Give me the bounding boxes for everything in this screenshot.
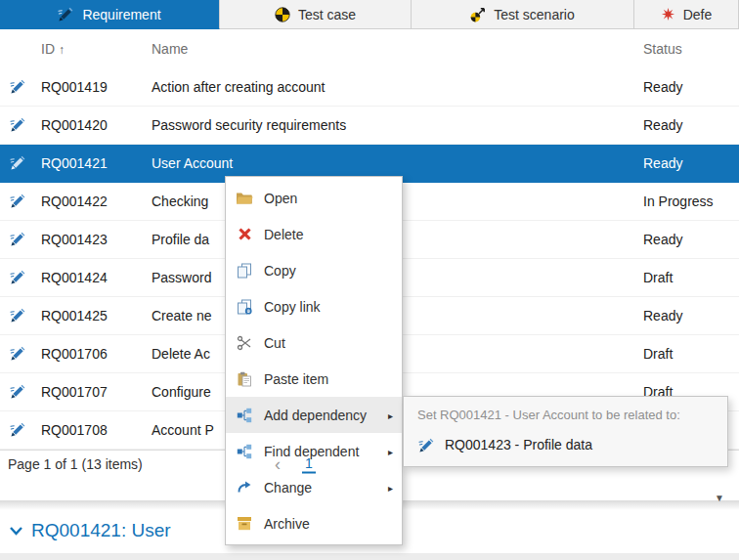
row-status: Ready [643,308,682,323]
row-name: Checking [152,194,208,209]
menu-item-label: Archive [264,516,310,532]
table-row[interactable]: RQ001419 Action after creating account R… [0,68,739,107]
menu-item-cut[interactable]: Cut [226,324,402,361]
submenu-arrow-icon: ▸ [388,482,393,493]
row-id: RQ001419 [41,79,108,95]
context-menu: Open Delete Copy Copy link Cut Paste ite… [225,176,403,545]
row-name: User Account [152,155,233,171]
crash-dummy-icon [275,7,290,22]
row-name: Password [152,270,211,285]
menu-item-label: Delete [264,227,303,242]
requirement-pencil-icon [10,345,26,365]
row-status: Ready [643,155,682,171]
requirement-pencil-icon [10,269,26,288]
menu-item-copy[interactable]: Copy [226,252,402,288]
row-name: Configure [152,384,211,400]
column-header-status[interactable]: Status [643,41,682,57]
delete-x-icon [236,226,253,243]
row-name: Profile da [152,232,209,247]
requirement-pencil-icon [10,154,26,174]
tab-bar: Requirement Test case Test scenario Defe [0,0,739,29]
tab-defects[interactable]: Defe [634,0,739,29]
menu-item-label: Cut [264,335,285,351]
row-name: Account P [152,422,214,438]
row-id: RQ001425 [41,308,108,323]
chevron-down-icon [10,522,22,539]
grid-header: ID↑ Name Status [0,29,739,69]
scissors-icon [236,334,253,352]
row-name: Create ne [152,308,211,323]
requirement-pencil-icon [10,383,26,403]
tab-requirement[interactable]: Requirement [0,0,220,29]
row-status: Ready [643,117,682,133]
row-name: Password security requirements [152,117,346,133]
change-arrow-icon [236,479,253,496]
column-header-name[interactable]: Name [152,41,188,57]
pager-prev-icon[interactable]: ‹ [275,454,281,475]
row-status: Draft [643,346,673,362]
menu-item-open[interactable]: Open [226,180,402,216]
menu-item-paste-item[interactable]: Paste item [226,361,402,397]
pager-summary: Page 1 of 1 (13 items) [8,456,143,472]
tab-label: Test case [298,7,356,22]
row-id: RQ001706 [41,346,108,362]
column-header-id[interactable]: ID↑ [41,41,65,57]
tab-test-scenario[interactable]: Test scenario [412,0,634,29]
add-dependency-icon [236,407,253,424]
row-id: RQ001423 [41,232,108,247]
row-name: Delete Ac [152,346,210,362]
menu-item-label: Add dependency [264,408,367,423]
test-scenario-icon [470,7,486,22]
row-id: RQ001420 [41,117,108,133]
menu-item-label: Paste item [264,371,328,387]
requirement-pencil-icon [10,193,26,212]
row-status: Ready [643,79,682,95]
tab-label: Test scenario [494,7,574,22]
requirement-pencil-icon [58,6,74,22]
requirement-pencil-icon [10,231,26,250]
submenu-header: Set RQ001421 - User Account to be relate… [404,397,727,431]
row-id: RQ001707 [41,384,108,400]
tab-test-case[interactable]: Test case [220,0,412,29]
app-window: Requirement Test case Test scenario Defe… [0,0,739,560]
requirement-pencil-icon [10,421,26,441]
tab-label: Defe [683,7,713,22]
menu-item-copy-link[interactable]: Copy link [226,288,402,324]
requirement-pencil-icon [10,116,26,136]
horizontal-scrollbar[interactable] [0,553,739,560]
sort-ascending-icon: ↑ [59,43,65,57]
row-status: In Progress [643,194,714,209]
row-id: RQ001422 [41,194,108,209]
menu-item-delete[interactable]: Delete [226,216,402,252]
menu-item-add-dependency[interactable]: Add dependency ▸ [226,397,402,433]
requirement-pencil-icon [10,78,26,98]
archive-box-icon [236,515,253,533]
table-row[interactable]: RQ001420 Password security requirements … [0,107,739,145]
panel-collapse-arrow-icon[interactable]: ▼ [715,493,724,503]
menu-item-label: Change [264,480,312,495]
defect-star-icon [661,7,675,22]
row-status: Draft [643,270,673,285]
copy-icon [236,262,253,280]
row-id: RQ001421 [41,155,108,171]
paste-icon [236,370,253,388]
submenu-arrow-icon: ▸ [388,409,393,420]
row-status: Ready [643,232,682,247]
menu-item-archive[interactable]: Archive [226,505,402,541]
menu-item-label: Open [264,191,297,206]
folder-open-icon [236,190,253,207]
row-id: RQ001424 [41,270,108,285]
row-name: Action after creating account [152,79,325,95]
row-id: RQ001708 [41,422,108,438]
requirement-pencil-icon [10,307,26,326]
menu-item-label: Copy link [264,299,321,315]
detail-panel-header[interactable]: RQ001421: User [10,520,171,541]
copy-link-icon [236,298,253,316]
menu-item-label: Copy [264,263,296,279]
pager-page-1[interactable]: 1 [302,455,316,474]
tab-label: Requirement [82,7,160,22]
detail-title: RQ001421: User [31,520,171,541]
